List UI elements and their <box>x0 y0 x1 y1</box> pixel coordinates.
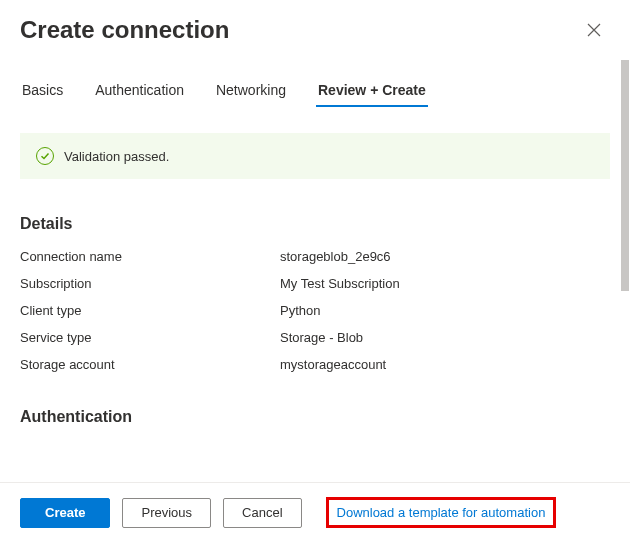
tab-review-create[interactable]: Review + Create <box>316 76 428 106</box>
tab-basics[interactable]: Basics <box>20 76 65 106</box>
download-template-link[interactable]: Download a template for automation <box>337 505 546 520</box>
close-icon <box>587 23 601 37</box>
row-client-type: Client type Python <box>20 303 610 318</box>
footer: Create Previous Cancel Download a templa… <box>0 482 630 542</box>
row-storage-account: Storage account mystorageaccount <box>20 357 610 372</box>
panel-title: Create connection <box>20 16 229 44</box>
scrollbar[interactable] <box>620 60 630 480</box>
success-icon <box>36 147 54 165</box>
row-subscription: Subscription My Test Subscription <box>20 276 610 291</box>
label-client-type: Client type <box>20 303 280 318</box>
tabs: Basics Authentication Networking Review … <box>20 76 610 107</box>
value-connection-name: storageblob_2e9c6 <box>280 249 610 264</box>
close-button[interactable] <box>582 18 606 42</box>
scroll-region: Basics Authentication Networking Review … <box>0 52 630 482</box>
download-template-highlight: Download a template for automation <box>326 497 557 528</box>
label-service-type: Service type <box>20 330 280 345</box>
value-storage-account: mystorageaccount <box>280 357 610 372</box>
value-service-type: Storage - Blob <box>280 330 610 345</box>
validation-banner: Validation passed. <box>20 133 610 179</box>
create-connection-panel: Create connection Basics Authentication … <box>0 0 630 542</box>
create-button[interactable]: Create <box>20 498 110 528</box>
validation-message: Validation passed. <box>64 149 169 164</box>
label-subscription: Subscription <box>20 276 280 291</box>
details-rows: Connection name storageblob_2e9c6 Subscr… <box>20 249 610 372</box>
label-connection-name: Connection name <box>20 249 280 264</box>
row-connection-name: Connection name storageblob_2e9c6 <box>20 249 610 264</box>
value-client-type: Python <box>280 303 610 318</box>
row-service-type: Service type Storage - Blob <box>20 330 610 345</box>
scrollbar-thumb[interactable] <box>621 60 629 291</box>
tab-networking[interactable]: Networking <box>214 76 288 106</box>
cancel-button[interactable]: Cancel <box>223 498 301 528</box>
section-heading-authentication: Authentication <box>20 408 610 426</box>
label-storage-account: Storage account <box>20 357 280 372</box>
value-subscription: My Test Subscription <box>280 276 610 291</box>
section-heading-details: Details <box>20 215 610 233</box>
tab-authentication[interactable]: Authentication <box>93 76 186 106</box>
titlebar: Create connection <box>0 0 630 52</box>
previous-button[interactable]: Previous <box>122 498 211 528</box>
